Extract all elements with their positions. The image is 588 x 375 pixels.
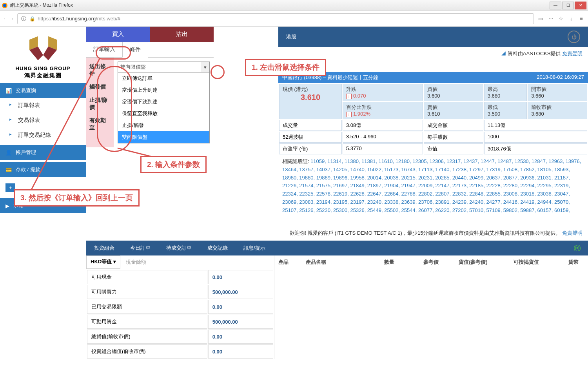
user-icon: 👤 <box>5 150 12 156</box>
pct-value: 1.902% <box>353 111 370 117</box>
chart-icon: 📊 <box>5 88 12 94</box>
logo-text-zh: 鴻昇金融集團 <box>4 72 82 79</box>
account-area: HKD等值 ▾ 現金餘額 可用現金0.00 可用購買力500,000.00 已用… <box>86 255 588 359</box>
info-icon[interactable]: ⓘ <box>20 15 27 22</box>
nav-trade-inquiry[interactable]: 📊 交易查詢 <box>0 83 86 98</box>
bottom-tabs: 投資組合 今日訂單 待成交訂單 成交記錄 訊息/提示 ((•)) <box>86 241 588 255</box>
condition-dropdown[interactable]: 雙向限價盤 ▾ <box>118 62 210 72</box>
star-icon[interactable]: ☆ <box>557 15 564 22</box>
main-content: 買入 沽出 訂單輸入 條件 送出條件 觸發價 止損/賺價 有效期至 雙向限價盤 … <box>86 27 588 359</box>
power-icon[interactable]: ⏻ <box>568 31 580 43</box>
balance-table: 可用現金0.00 可用購買力500,000.00 已用交易限額0.00 可動用資… <box>86 269 274 359</box>
play-icon: ▶ <box>5 203 9 209</box>
tab-messages[interactable]: 訊息/提示 <box>243 245 265 252</box>
tab-trade-records[interactable]: 成交記錄 <box>207 245 228 252</box>
buy-button[interactable]: 買入 <box>86 27 150 42</box>
high-value: 3.680 <box>488 93 524 99</box>
volume-value: 3.08億 <box>343 120 423 131</box>
callout-3-circle <box>96 46 131 60</box>
open-value: 3.660 <box>531 93 584 99</box>
timestamp: 2018-08-02 16:09:27 <box>537 74 584 81</box>
bid-value: 3.600 <box>427 93 480 99</box>
down-arrow-icon: ↓ <box>346 94 352 99</box>
warrants-codes[interactable]: 11059, 11314, 11380, 11381, 11610, 12180… <box>282 158 581 214</box>
url-bar[interactable]: ⓘ 🔒 https://ibss1.hungsing.org/mts.web/# <box>17 13 534 24</box>
callout-3: 3. 然后按《订单输入》回到上一页 <box>14 189 140 207</box>
close-button[interactable]: ✕ <box>575 2 586 9</box>
aastocks-logo-icon: ◢ <box>501 51 506 56</box>
chevron-down-icon[interactable]: ▾ <box>201 62 209 72</box>
quote-table: 現價 (港元) 3.610 升跌 ↓0.070 買價3.600 最高3.680 … <box>278 83 588 155</box>
browser-toolbar: ← → ⓘ 🔒 https://ibss1.hungsing.org/mts.w… <box>0 11 588 27</box>
nav-item-trade-report[interactable]: 交易報表 <box>0 113 86 128</box>
range52-value: 3.520 - 4.960 <box>343 132 423 143</box>
window-titlebar: 網上交易系統 - Mozilla Firefox — ☐ ✕ <box>0 0 588 11</box>
sell-button[interactable]: 沽出 <box>150 27 214 42</box>
wallet-icon: 💳 <box>5 167 12 173</box>
minimize-button[interactable]: — <box>550 2 561 9</box>
logo-text-en: HUNG SING GROUP <box>4 65 82 71</box>
firefox-icon <box>2 2 8 9</box>
tab-today-orders[interactable]: 今日訂單 <box>130 245 151 252</box>
callout-1-circle <box>211 65 225 79</box>
svg-point-1 <box>3 4 6 7</box>
nav-deposit[interactable]: 💳 存款 / 提款 <box>0 162 86 177</box>
lot-value: 1000 <box>484 132 587 143</box>
callout-2-circle <box>97 66 132 152</box>
turnover-value: 11.13億 <box>484 120 587 131</box>
change-value: 0.070 <box>353 93 366 99</box>
logo: HUNG SING GROUP 鴻昇金融集團 <box>0 27 86 83</box>
warrants-list: 相關認股証: 11059, 11314, 11380, 11381, 11610… <box>278 155 588 214</box>
current-price: 3.610 <box>283 93 338 102</box>
maximize-button[interactable]: ☐ <box>562 2 574 9</box>
welcome-disclaimer-link[interactable]: 免責聲明 <box>562 230 583 236</box>
callout-1: 1. 左击滑鼠选择条件 <box>245 59 326 76</box>
low-value: 3.590 <box>488 111 524 117</box>
cap-value: 3018.76億 <box>484 143 587 154</box>
window-title: 網上交易系統 - Mozilla Firefox <box>10 2 550 9</box>
menu-button[interactable]: ≡ <box>578 15 585 22</box>
library-icon[interactable]: ↓ <box>568 15 575 22</box>
tab-pending-orders[interactable]: 待成交訂單 <box>166 245 192 252</box>
more-icon[interactable]: ⋯ <box>547 15 554 22</box>
nav-item-order-report[interactable]: 訂單報表 <box>0 98 86 113</box>
disclaimer-link[interactable]: 免責聲明 <box>562 51 583 56</box>
prev-value: 3.680 <box>531 111 584 117</box>
pe-value: 5.3770 <box>343 143 423 154</box>
callout-2: 2. 输入条件参数 <box>140 156 207 173</box>
chevron-down-icon: ▾ <box>113 259 116 264</box>
market-tab-hk[interactable]: 港股 <box>286 33 296 40</box>
welcome-text: 歡迎你! 親愛的客戶 (IT1 GTS DEMO TEST A/C 1)，最少1… <box>290 230 561 236</box>
url-text: https://ibss1.hungsing.org/mts.web/# <box>38 16 120 22</box>
nav-account-mgmt[interactable]: 👤 帳戶管理 <box>0 145 86 160</box>
nav-item-order-history[interactable]: 訂單交易紀錄 <box>0 128 86 143</box>
back-button[interactable]: ← <box>3 16 8 22</box>
live-indicator-icon: ((•)) <box>573 245 580 252</box>
reader-icon[interactable]: ▭ <box>537 15 544 22</box>
currency-dropdown[interactable]: HKD等值 ▾ <box>86 255 120 269</box>
lock-icon: 🔒 <box>29 16 35 22</box>
holdings-header: 產品 產品名稱 數量 參考價 貨值(參考價) 可按揭貨值 貨幣 <box>274 255 588 269</box>
ask-value: 3.610 <box>427 111 480 117</box>
balance-label: 現金餘額 <box>120 255 152 269</box>
down-arrow-icon: ↓ <box>346 112 352 117</box>
aastocks-label: 資料由AASTOCKS提供 <box>508 51 561 56</box>
forward-button[interactable]: → <box>9 16 14 22</box>
tab-portfolio[interactable]: 投資組合 <box>94 245 114 252</box>
market-pane: 港股 ⏻ ◢ 資料由AASTOCKS提供 免責聲明 代碼 中國銀行 (03988… <box>278 27 588 214</box>
